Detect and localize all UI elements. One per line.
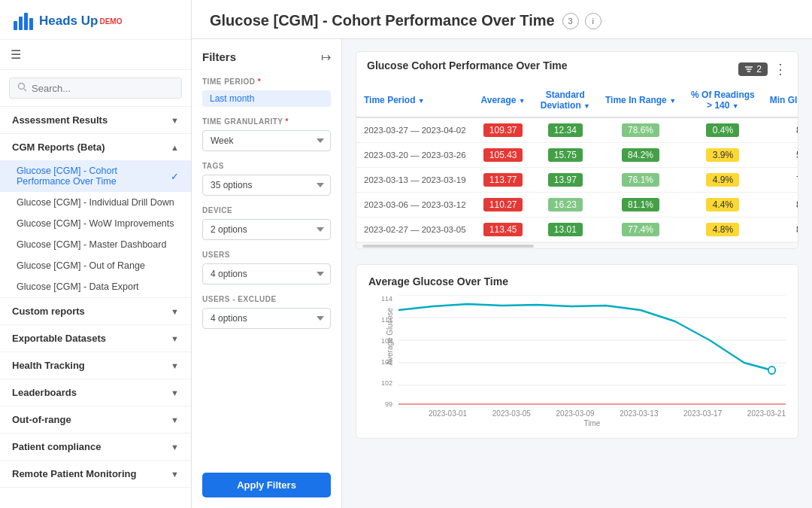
nav-item[interactable]: Glucose [CGM] - Out of Range xyxy=(0,255,191,276)
table-cell: 4.4% xyxy=(683,193,762,217)
table-cell: 2023-03-13 — 2023-03-19 xyxy=(356,168,474,193)
page-title: Glucose [CGM] - Cohort Performance Over … xyxy=(210,12,555,29)
x-axis-title: Time xyxy=(398,419,786,427)
filters-collapse-button[interactable]: ↦ xyxy=(321,50,331,64)
nav-section-header-custom[interactable]: Custom reports▼ xyxy=(0,298,191,324)
table-cell: 2023-03-06 — 2023-03-12 xyxy=(356,193,474,217)
table-cell: 113.45 xyxy=(474,217,533,242)
search-input[interactable] xyxy=(32,83,174,94)
col-average: Average ▼ xyxy=(474,84,533,117)
search-icon xyxy=(17,82,27,94)
device-label: DEVICE xyxy=(202,206,331,214)
nav-item-label: Glucose [CGM] - Out of Range xyxy=(17,260,145,271)
sidebar: Heads Up DEMO ☰ Assessment Results▼CGM R… xyxy=(0,0,192,508)
nav-section-exportable: Exportable Datasets▼ xyxy=(0,325,191,352)
chart-area xyxy=(398,295,786,408)
table-cell: 109.37 xyxy=(474,117,533,143)
table-cell: 0.4% xyxy=(683,117,762,143)
nav-section-cgm: CGM Reports (Beta)▲Glucose [CGM] - Cohor… xyxy=(0,134,191,298)
svg-line-5 xyxy=(24,89,26,91)
y-tick-99: 99 xyxy=(385,400,392,408)
nav-item-label: Glucose [CGM] - Data Export xyxy=(17,281,139,292)
page-header-icons: 3 i xyxy=(562,13,601,29)
nav-section-header-leaderboards[interactable]: Leaderboards▼ xyxy=(0,379,191,406)
cell-value: 3.9% xyxy=(706,148,739,162)
table-cell: 3.9% xyxy=(683,143,762,168)
chevron-icon: ▼ xyxy=(171,443,179,452)
table-cell: 2023-03-20 — 2023-03-26 xyxy=(356,143,474,168)
table-cell: 15.75 xyxy=(533,143,598,168)
nav-section-items-cgm: Glucose [CGM] - Cohort Performance Over … xyxy=(0,160,191,297)
chevron-icon: ▼ xyxy=(171,470,179,479)
nav-section-header-health[interactable]: Health Tracking▼ xyxy=(0,352,191,379)
hamburger-button[interactable]: ☰ xyxy=(11,47,21,62)
info-icon-3[interactable]: 3 xyxy=(562,13,579,29)
users-filter: USERS 4 options xyxy=(202,251,331,284)
chevron-icon: ▼ xyxy=(171,415,179,424)
main-content: Glucose [CGM] - Cohort Performance Over … xyxy=(192,0,812,508)
nav-item[interactable]: Glucose [CGM] - Cohort Performance Over … xyxy=(0,160,191,192)
time-period-tag[interactable]: Last month xyxy=(202,90,331,107)
table-cell: 70 xyxy=(762,168,798,193)
time-period-label: TIME PERIOD * xyxy=(202,78,331,86)
chevron-icon: ▼ xyxy=(171,307,179,316)
cell-value: 77.4% xyxy=(622,223,659,236)
col-pct-readings: % Of Readings> 140 ▼ xyxy=(683,84,762,117)
chart-svg xyxy=(398,295,786,408)
nav-item[interactable]: Glucose [CGM] - Master Dashboard xyxy=(0,234,191,255)
table-toolbar: Glucose Cohort Performance Over Time 2 ⋮ xyxy=(356,52,798,84)
x-label-1: 2023-03-01 xyxy=(429,409,467,418)
avg-glucose-chart-section: Average Glucose Over Time Average Glucos… xyxy=(356,264,798,439)
nav-item[interactable]: Glucose [CGM] - WoW Improvements xyxy=(0,213,191,234)
cell-value: 109.37 xyxy=(483,123,523,137)
table-row: 2023-03-13 — 2023-03-19113.7713.9776.1%4… xyxy=(356,168,798,193)
table-cell: 13.01 xyxy=(533,217,598,242)
cell-value: 4.8% xyxy=(706,223,739,236)
logo-icon xyxy=(12,11,36,32)
table-cell: 113.77 xyxy=(474,168,533,193)
col-tir: Time In Range ▼ xyxy=(598,84,683,117)
table-cell: 4.9% xyxy=(683,168,762,193)
x-axis-labels: 2023-03-01 2023-03-05 2023-03-09 2023-03… xyxy=(398,408,786,418)
cell-value: 110.27 xyxy=(483,198,523,211)
cell-value: 81.1% xyxy=(622,198,659,211)
apply-filters-button[interactable]: Apply Filters xyxy=(202,473,331,497)
nav-section-header-patient[interactable]: Patient compliance▼ xyxy=(0,433,191,460)
users-exclude-label: USERS - EXCLUDE xyxy=(202,295,331,303)
table-cell: 83 xyxy=(762,117,798,143)
logo-area: Heads Up DEMO xyxy=(0,0,191,40)
nav-section-header-outofrange[interactable]: Out-of-range▼ xyxy=(0,406,191,433)
sidebar-top-controls: ☰ xyxy=(0,40,191,70)
time-granularity-label: TIME GRANULARITY * xyxy=(202,117,331,126)
y-tick-102: 102 xyxy=(381,379,392,387)
nav-item[interactable]: Glucose [CGM] - Data Export xyxy=(0,276,191,297)
users-select[interactable]: 4 options xyxy=(202,263,331,284)
nav-section-label: Out-of-range xyxy=(12,414,71,425)
chevron-icon: ▼ xyxy=(171,388,179,397)
nav-section-patient: Patient compliance▼ xyxy=(0,433,191,461)
time-period-filter: TIME PERIOD * Last month xyxy=(202,78,331,107)
table-row: 2023-02-27 — 2023-03-05113.4513.0177.4%4… xyxy=(356,217,798,242)
table-cell: 2023-03-27 — 2023-04-02 xyxy=(356,117,474,143)
table-cell: 78.6% xyxy=(598,117,683,143)
device-select[interactable]: 2 options xyxy=(202,219,331,240)
nav-item[interactable]: Glucose [CGM] - Individual Drill Down xyxy=(0,192,191,213)
nav-section-header-assessment[interactable]: Assessment Results▼ xyxy=(0,107,191,133)
info-icon-i[interactable]: i xyxy=(585,13,601,29)
users-exclude-select[interactable]: 4 options xyxy=(202,308,331,329)
table-more-button[interactable]: ⋮ xyxy=(774,61,787,78)
nav-section-label: Remote Patient Monitoring xyxy=(12,468,136,479)
time-granularity-select[interactable]: Week Day Month xyxy=(202,130,331,151)
cell-value: 16.23 xyxy=(548,198,583,211)
cell-value: 4.9% xyxy=(706,173,739,187)
device-filter: DEVICE 2 options xyxy=(202,206,331,240)
nav-section-header-cgm[interactable]: CGM Reports (Beta)▲ xyxy=(0,134,191,160)
tags-select[interactable]: 35 options xyxy=(202,175,331,196)
nav-section-header-remote[interactable]: Remote Patient Monitoring▼ xyxy=(0,461,191,487)
nav-section-label: CGM Reports (Beta) xyxy=(12,141,105,153)
cell-value: 78.6% xyxy=(622,123,659,137)
tags-filter: TAGS 35 options xyxy=(202,162,331,196)
nav-item-label: Glucose [CGM] - Individual Drill Down xyxy=(17,197,174,208)
y-tick-108: 108 xyxy=(381,337,392,345)
nav-section-header-exportable[interactable]: Exportable Datasets▼ xyxy=(0,325,191,351)
